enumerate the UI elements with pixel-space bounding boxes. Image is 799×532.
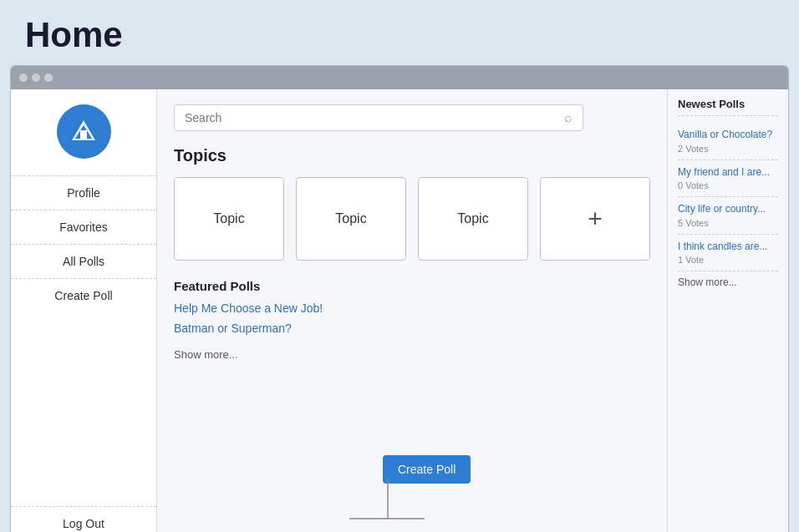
sidebar-logout-button[interactable]: Log Out [11,506,156,532]
sidebar-navigation: Profile Favorites All Polls Create Poll [11,175,156,312]
topics-grid: Topic Topic Topic + [174,177,650,261]
newest-poll-name-3[interactable]: City life or country... [678,203,778,216]
newest-poll-name-1[interactable]: Vanilla or Chocolate? [678,129,778,142]
search-bar-container: ⌕ [174,104,583,131]
right-panel: Newest Polls Vanilla or Chocolate? 2 Vot… [667,89,788,532]
newest-poll-name-4[interactable]: I think candles are... [678,241,778,254]
browser-window: Profile Favorites All Polls Create Poll … [10,65,789,532]
topic-card-3[interactable]: Topic [418,177,528,261]
topic-add-button[interactable]: + [540,177,650,261]
newest-poll-votes-3: 5 Votes [678,218,778,228]
newest-poll-votes-2: 0 Votes [678,180,778,190]
search-input[interactable] [185,111,564,124]
topic-card-2[interactable]: Topic [296,177,406,261]
newest-poll-item-2: My friend and I are... 0 Votes [678,160,778,198]
newest-poll-votes-4: 1 Vote [678,255,778,265]
newest-poll-item-1: Vanilla or Chocolate? 2 Votes [678,123,778,160]
newest-poll-votes-1: 2 Votes [678,144,778,154]
main-content: ⌕ Topics Topic Topic Topic + Featured Po… [157,89,667,532]
featured-poll-item-2[interactable]: Batman or Superman? [174,322,650,335]
logo-icon [69,117,99,147]
sidebar-item-all-polls[interactable]: All Polls [11,244,156,278]
browser-dot-2 [32,73,40,82]
newest-poll-name-2[interactable]: My friend and I are... [678,166,778,180]
browser-dot-1 [19,73,28,82]
sidebar: Profile Favorites All Polls Create Poll … [11,89,157,532]
browser-titlebar [11,66,788,89]
featured-polls-title: Featured Polls [174,279,650,293]
create-poll-button[interactable]: Create Poll [383,455,471,484]
topics-section-title: Topics [174,146,650,165]
topic-card-1[interactable]: Topic [174,177,284,261]
connector-svg [349,479,433,529]
newest-poll-item-4: I think candles are... 1 Vote [678,235,778,272]
sidebar-item-favorites[interactable]: Favorites [11,210,156,244]
page-title: Home [0,0,799,65]
featured-poll-item-1[interactable]: Help Me Choose a New Job! [174,301,650,315]
newest-poll-item-3: City life or country... 5 Votes [678,197,778,235]
sidebar-item-profile[interactable]: Profile [11,175,156,210]
svg-rect-2 [80,130,87,139]
search-icon: ⌕ [564,110,573,125]
browser-body: Profile Favorites All Polls Create Poll … [11,89,788,532]
newest-polls-title: Newest Polls [678,98,778,116]
sidebar-item-create-poll[interactable]: Create Poll [11,278,156,312]
browser-dot-3 [44,73,53,82]
featured-polls-show-more[interactable]: Show more... [174,348,238,361]
newest-polls-show-more[interactable]: Show more... [678,276,778,288]
sidebar-logo [57,104,111,159]
